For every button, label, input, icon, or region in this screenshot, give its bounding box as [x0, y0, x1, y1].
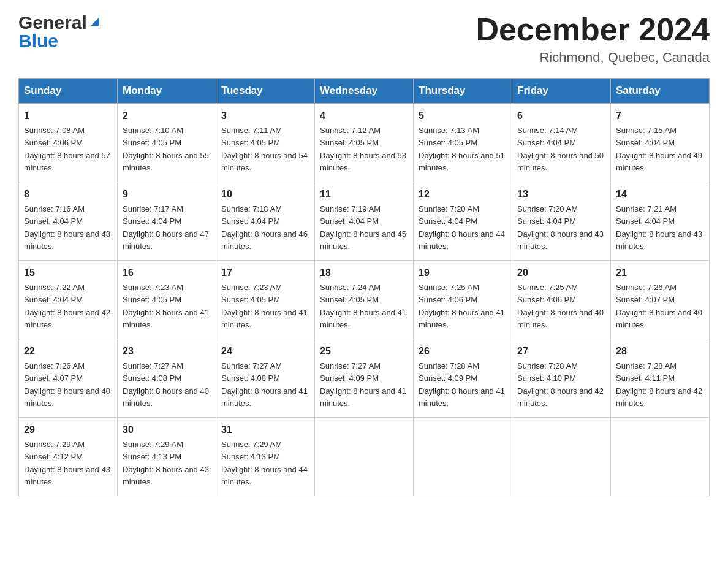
- day-number: 20: [517, 266, 605, 280]
- day-number: 27: [517, 344, 605, 359]
- day-number: 18: [320, 266, 408, 280]
- day-info: Sunrise: 7:23 AMSunset: 4:05 PMDaylight:…: [221, 283, 308, 329]
- calendar-week-row: 15Sunrise: 7:22 AMSunset: 4:04 PMDayligh…: [19, 261, 710, 339]
- day-info: Sunrise: 7:27 AMSunset: 4:09 PMDaylight:…: [320, 361, 406, 408]
- day-info: Sunrise: 7:18 AMSunset: 4:04 PMDaylight:…: [221, 204, 308, 251]
- day-number: 23: [123, 344, 211, 359]
- day-info: Sunrise: 7:29 AMSunset: 4:12 PMDaylight:…: [24, 440, 110, 486]
- day-info: Sunrise: 7:20 AMSunset: 4:04 PMDaylight:…: [419, 204, 505, 251]
- calendar-table: SundayMondayTuesdayWednesdayThursdayFrid…: [18, 78, 710, 496]
- day-number: 30: [123, 423, 211, 437]
- calendar-cell: 13Sunrise: 7:20 AMSunset: 4:04 PMDayligh…: [512, 182, 611, 261]
- calendar-cell: 3Sunrise: 7:11 AMSunset: 4:05 PMDaylight…: [216, 104, 315, 182]
- calendar-cell: 1Sunrise: 7:08 AMSunset: 4:06 PMDaylight…: [19, 104, 118, 182]
- day-number: 5: [419, 109, 507, 123]
- day-number: 19: [419, 266, 507, 280]
- page-header: General Blue December 2024 Richmond, Que…: [18, 12, 710, 66]
- calendar-cell: [414, 418, 512, 496]
- day-number: 24: [221, 344, 309, 359]
- calendar-cell: 26Sunrise: 7:28 AMSunset: 4:09 PMDayligh…: [414, 339, 512, 418]
- day-info: Sunrise: 7:21 AMSunset: 4:04 PMDaylight:…: [616, 204, 702, 251]
- column-header-friday: Friday: [512, 79, 611, 104]
- title-section: December 2024 Richmond, Quebec, Canada: [476, 12, 710, 66]
- day-info: Sunrise: 7:08 AMSunset: 4:06 PMDaylight:…: [24, 126, 110, 172]
- day-info: Sunrise: 7:14 AMSunset: 4:04 PMDaylight:…: [517, 126, 604, 172]
- day-number: 31: [221, 423, 309, 437]
- calendar-cell: 29Sunrise: 7:29 AMSunset: 4:12 PMDayligh…: [19, 418, 118, 496]
- column-header-saturday: Saturday: [611, 79, 710, 104]
- logo-triangle-icon: [88, 15, 102, 31]
- calendar-cell: 24Sunrise: 7:27 AMSunset: 4:08 PMDayligh…: [216, 339, 315, 418]
- day-number: 21: [616, 266, 704, 280]
- day-number: 11: [320, 187, 408, 202]
- calendar-cell: 15Sunrise: 7:22 AMSunset: 4:04 PMDayligh…: [19, 261, 118, 339]
- day-number: 22: [24, 344, 112, 359]
- calendar-cell: 16Sunrise: 7:23 AMSunset: 4:05 PMDayligh…: [118, 261, 216, 339]
- day-number: 16: [123, 266, 211, 280]
- calendar-cell: [315, 418, 414, 496]
- day-number: 15: [24, 266, 112, 280]
- day-info: Sunrise: 7:26 AMSunset: 4:07 PMDaylight:…: [616, 283, 702, 329]
- calendar-cell: 9Sunrise: 7:17 AMSunset: 4:04 PMDaylight…: [118, 182, 216, 261]
- calendar-cell: 7Sunrise: 7:15 AMSunset: 4:04 PMDaylight…: [611, 104, 710, 182]
- day-info: Sunrise: 7:16 AMSunset: 4:04 PMDaylight:…: [24, 204, 110, 251]
- day-info: Sunrise: 7:28 AMSunset: 4:11 PMDaylight:…: [616, 361, 702, 408]
- calendar-cell: 5Sunrise: 7:13 AMSunset: 4:05 PMDaylight…: [414, 104, 512, 182]
- day-number: 8: [24, 187, 112, 202]
- calendar-cell: 22Sunrise: 7:26 AMSunset: 4:07 PMDayligh…: [19, 339, 118, 418]
- calendar-week-row: 22Sunrise: 7:26 AMSunset: 4:07 PMDayligh…: [19, 339, 710, 418]
- logo-icon: General: [18, 12, 102, 33]
- day-number: 28: [616, 344, 704, 359]
- day-number: 7: [616, 109, 704, 123]
- column-header-wednesday: Wednesday: [315, 79, 414, 104]
- day-number: 2: [123, 109, 211, 123]
- day-info: Sunrise: 7:26 AMSunset: 4:07 PMDaylight:…: [24, 361, 110, 408]
- day-number: 1: [24, 109, 112, 123]
- calendar-cell: 8Sunrise: 7:16 AMSunset: 4:04 PMDaylight…: [19, 182, 118, 261]
- calendar-cell: 2Sunrise: 7:10 AMSunset: 4:05 PMDaylight…: [118, 104, 216, 182]
- column-header-tuesday: Tuesday: [216, 79, 315, 104]
- calendar-cell: 14Sunrise: 7:21 AMSunset: 4:04 PMDayligh…: [611, 182, 710, 261]
- day-number: 29: [24, 423, 112, 437]
- logo-general-text: General: [18, 12, 87, 33]
- calendar-cell: 31Sunrise: 7:29 AMSunset: 4:13 PMDayligh…: [216, 418, 315, 496]
- day-number: 12: [419, 187, 507, 202]
- column-header-sunday: Sunday: [19, 79, 118, 104]
- svg-marker-0: [91, 17, 99, 26]
- day-info: Sunrise: 7:12 AMSunset: 4:05 PMDaylight:…: [320, 126, 406, 172]
- calendar-cell: 18Sunrise: 7:24 AMSunset: 4:05 PMDayligh…: [315, 261, 414, 339]
- day-info: Sunrise: 7:27 AMSunset: 4:08 PMDaylight:…: [221, 361, 308, 408]
- day-info: Sunrise: 7:23 AMSunset: 4:05 PMDaylight:…: [123, 283, 209, 329]
- calendar-cell: 21Sunrise: 7:26 AMSunset: 4:07 PMDayligh…: [611, 261, 710, 339]
- day-number: 10: [221, 187, 309, 202]
- day-info: Sunrise: 7:15 AMSunset: 4:04 PMDaylight:…: [616, 126, 702, 172]
- logo: General Blue: [18, 12, 102, 52]
- day-number: 4: [320, 109, 408, 123]
- calendar-cell: 11Sunrise: 7:19 AMSunset: 4:04 PMDayligh…: [315, 182, 414, 261]
- day-info: Sunrise: 7:17 AMSunset: 4:04 PMDaylight:…: [123, 204, 209, 251]
- day-info: Sunrise: 7:28 AMSunset: 4:10 PMDaylight:…: [517, 361, 604, 408]
- day-info: Sunrise: 7:25 AMSunset: 4:06 PMDaylight:…: [419, 283, 505, 329]
- calendar-header-row: SundayMondayTuesdayWednesdayThursdayFrid…: [19, 79, 710, 104]
- calendar-cell: 20Sunrise: 7:25 AMSunset: 4:06 PMDayligh…: [512, 261, 611, 339]
- calendar-cell: 10Sunrise: 7:18 AMSunset: 4:04 PMDayligh…: [216, 182, 315, 261]
- day-info: Sunrise: 7:19 AMSunset: 4:04 PMDaylight:…: [320, 204, 406, 251]
- day-info: Sunrise: 7:11 AMSunset: 4:05 PMDaylight:…: [221, 126, 308, 172]
- day-info: Sunrise: 7:27 AMSunset: 4:08 PMDaylight:…: [123, 361, 209, 408]
- location-text: Richmond, Quebec, Canada: [476, 50, 710, 66]
- calendar-cell: [611, 418, 710, 496]
- day-info: Sunrise: 7:13 AMSunset: 4:05 PMDaylight:…: [419, 126, 505, 172]
- calendar-cell: 27Sunrise: 7:28 AMSunset: 4:10 PMDayligh…: [512, 339, 611, 418]
- calendar-week-row: 1Sunrise: 7:08 AMSunset: 4:06 PMDaylight…: [19, 104, 710, 182]
- day-info: Sunrise: 7:24 AMSunset: 4:05 PMDaylight:…: [320, 283, 406, 329]
- day-number: 26: [419, 344, 507, 359]
- calendar-cell: 25Sunrise: 7:27 AMSunset: 4:09 PMDayligh…: [315, 339, 414, 418]
- calendar-cell: 28Sunrise: 7:28 AMSunset: 4:11 PMDayligh…: [611, 339, 710, 418]
- day-info: Sunrise: 7:29 AMSunset: 4:13 PMDaylight:…: [123, 440, 209, 486]
- day-number: 25: [320, 344, 408, 359]
- calendar-cell: 30Sunrise: 7:29 AMSunset: 4:13 PMDayligh…: [118, 418, 216, 496]
- logo-blue-text: Blue: [18, 31, 58, 52]
- calendar-cell: 4Sunrise: 7:12 AMSunset: 4:05 PMDaylight…: [315, 104, 414, 182]
- day-number: 9: [123, 187, 211, 202]
- column-header-monday: Monday: [118, 79, 216, 104]
